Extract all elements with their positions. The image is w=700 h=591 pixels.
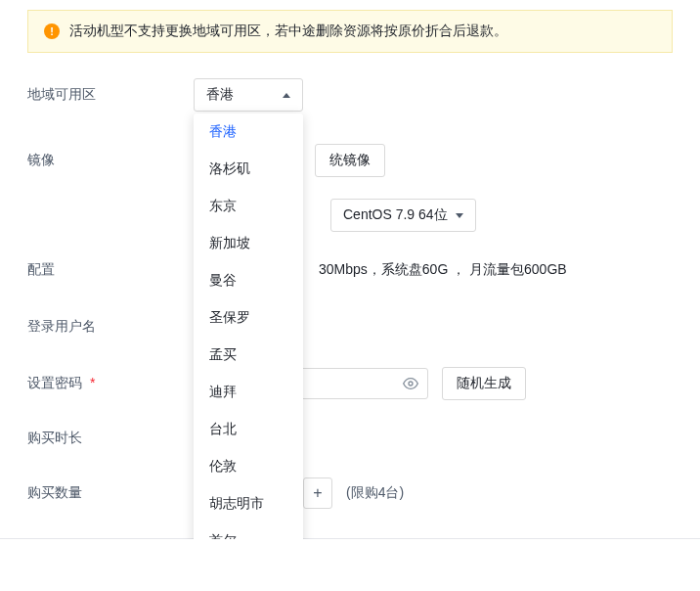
quantity-limit-text: (限购4台) (346, 484, 404, 502)
os-select[interactable]: CentOS 7.9 64位 (330, 199, 476, 232)
region-option[interactable]: 新加坡 (194, 225, 303, 262)
duration-label: 购买时长 (27, 430, 194, 447)
region-option[interactable]: 东京 (194, 188, 303, 225)
password-row: 设置密码 * 随机生成 (0, 356, 700, 411)
random-generate-button[interactable]: 随机生成 (442, 367, 526, 400)
region-option[interactable]: 胡志明市 (194, 485, 303, 523)
login-user-row: 登录用户名 (0, 297, 700, 356)
divider (0, 538, 700, 539)
os-row: CentOS 7.9 64位 (0, 188, 700, 243)
region-option[interactable]: 首尔 (194, 523, 303, 539)
chevron-down-icon (456, 213, 463, 218)
alert-message: 活动机型不支持更换地域可用区，若中途删除资源将按原价折合后退款。 (69, 23, 507, 40)
os-selected-value: CentOS 7.9 64位 (343, 206, 448, 224)
svg-point-0 (409, 382, 413, 386)
warning-icon (44, 23, 60, 39)
image-row: 镜像 统镜像 (0, 133, 700, 188)
region-option[interactable]: 迪拜 (194, 374, 303, 411)
quantity-label: 购买数量 (27, 484, 194, 502)
region-option[interactable]: 曼谷 (194, 262, 303, 299)
region-option[interactable]: 伦敦 (194, 448, 303, 485)
region-row: 地域可用区 香港 香港洛杉矶东京新加坡曼谷圣保罗孟买迪拜台北伦敦胡志明市首尔 (0, 78, 700, 133)
password-label: 设置密码 * (27, 375, 194, 392)
region-option[interactable]: 孟买 (194, 337, 303, 374)
required-mark: * (90, 375, 95, 390)
region-select[interactable]: 香港 (194, 78, 303, 112)
image-label: 镜像 (27, 152, 194, 169)
region-option[interactable]: 台北 (194, 411, 303, 448)
region-option[interactable]: 洛杉矶 (194, 151, 303, 188)
chevron-up-icon (283, 93, 290, 98)
login-user-label: 登录用户名 (27, 318, 194, 336)
region-dropdown-menu: 香港洛杉矶东京新加坡曼谷圣保罗孟买迪拜台北伦敦胡志明市首尔 (194, 114, 303, 539)
system-image-button[interactable]: 统镜像 (315, 144, 385, 177)
config-text: 30Mbps，系统盘60G ， 月流量包600GB (319, 261, 567, 279)
eye-icon[interactable] (403, 376, 418, 391)
region-option[interactable]: 圣保罗 (194, 299, 303, 337)
quantity-row: 购买数量 + (限购4台) (0, 466, 700, 521)
region-label: 地域可用区 (27, 78, 194, 104)
config-row: 配置 30Mbps，系统盘60G ， 月流量包600GB (0, 243, 700, 297)
warning-alert: 活动机型不支持更换地域可用区，若中途删除资源将按原价折合后退款。 (27, 10, 673, 53)
quantity-plus-button[interactable]: + (303, 477, 332, 509)
duration-row: 购买时长 (0, 411, 700, 466)
region-option[interactable]: 香港 (194, 114, 303, 151)
config-label: 配置 (27, 261, 194, 279)
region-selected-value: 香港 (206, 86, 234, 104)
